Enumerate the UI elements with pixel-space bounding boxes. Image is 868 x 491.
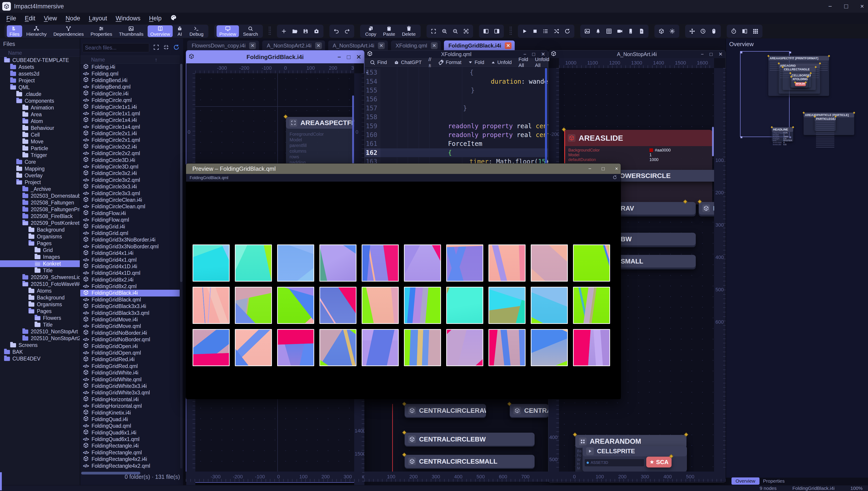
- tree-item-screens[interactable]: Screens: [0, 342, 80, 348]
- file-item[interactable]: FoldingRectangle.i4i: [80, 442, 180, 449]
- tree-item-organisms[interactable]: Organisms: [0, 301, 80, 308]
- file-item[interactable]: Folding.i4i: [80, 64, 180, 70]
- tree-item-grid[interactable]: Grid: [0, 247, 80, 254]
- file-item[interactable]: FoldingGridMove.i4i: [80, 316, 180, 323]
- tree-item-202510_fotowavewedding[interactable]: 202510_FotoWaveWedding: [0, 281, 80, 287]
- file-list-scrollbar[interactable]: [180, 64, 182, 469]
- toolbar-button-undo[interactable]: [332, 25, 341, 37]
- code-line[interactable]: 156: [365, 95, 548, 104]
- file-item[interactable]: </>FoldingQuad6x1.qml: [80, 436, 180, 442]
- sort-arrow[interactable]: ↑: [155, 57, 158, 63]
- tree-item-202509_postkonkretbewegtii[interactable]: 202509_PostKonkretBewegtII: [0, 220, 80, 226]
- toolbar-button-debug[interactable]: Debug: [187, 25, 206, 37]
- fold-caret-icon[interactable]: ▼: [366, 70, 368, 75]
- file-item[interactable]: FoldingCircle2x2.i4i: [80, 144, 180, 150]
- file-item[interactable]: FoldingGrid8x2.i4i: [80, 277, 180, 283]
- node-header[interactable]: AREAASPECTFIT [PRI: [286, 117, 354, 129]
- toolbar-button-fullscreen[interactable]: [429, 25, 438, 37]
- close-icon[interactable]: ✕: [541, 51, 545, 57]
- code-toolbar-unfoldall[interactable]: Unfold All: [535, 57, 550, 68]
- preview-minimize-icon[interactable]: −: [588, 166, 591, 172]
- tree-item-konkret[interactable]: Konkret: [0, 260, 80, 267]
- file-item[interactable]: </>FoldingGridNoBorder.qml: [80, 336, 180, 343]
- preview-titlebar[interactable]: Preview – FoldingGridBlack.qml − □ ×: [186, 164, 621, 174]
- tree-item-organisms[interactable]: Organisms: [0, 233, 80, 240]
- file-item[interactable]: </>FoldingQuad.qml: [80, 423, 180, 429]
- tree-item-behaviour[interactable]: Behaviour: [0, 125, 80, 132]
- node-centralcircleraw[interactable]: CENTRALCIRCLERAW: [405, 404, 486, 418]
- toolbar-button-overview[interactable]: Overview: [148, 25, 173, 37]
- tree-item-qml[interactable]: QML: [0, 84, 80, 91]
- tree-item-atoms[interactable]: Atoms: [0, 287, 80, 294]
- tree-item-title[interactable]: Title: [0, 267, 80, 274]
- minimize-icon[interactable]: −: [701, 51, 704, 57]
- close-icon[interactable]: ✕: [356, 54, 361, 61]
- toolbar-button-redo[interactable]: [342, 25, 352, 37]
- menu-item-edit[interactable]: Edit: [25, 15, 35, 22]
- expand-all-icon[interactable]: [153, 44, 159, 51]
- tree-item-_archive[interactable]: _Archive: [0, 186, 80, 193]
- fold-window-titlebar[interactable]: FoldingGridBlack.i4i−□✕: [186, 51, 364, 63]
- file-item[interactable]: </>FoldingCircle3x2.qml: [80, 177, 180, 183]
- file-item[interactable]: </>FoldingBend.qml: [80, 84, 180, 90]
- file-item[interactable]: </>FoldingCircle3D.qml: [80, 164, 180, 170]
- toolbar-button-properties[interactable]: Properties: [88, 25, 115, 37]
- close-icon[interactable]: ×: [860, 3, 864, 10]
- refresh-files-icon[interactable]: [173, 44, 180, 51]
- file-item[interactable]: </>FoldingCircle.qml: [80, 97, 180, 104]
- file-item[interactable]: FoldingGridWhite3x3.i4i: [80, 383, 180, 389]
- file-item[interactable]: FoldingQuad.i4i: [80, 416, 180, 423]
- toolbar-button-stop[interactable]: [530, 25, 539, 37]
- node-centralcirclesmall[interactable]: CENTRALCIRCLESMALL: [405, 455, 535, 469]
- file-item[interactable]: </>FoldingGridBlack.qml: [80, 296, 180, 303]
- code-toolbar-chatgpt[interactable]: ChatGPT: [394, 59, 422, 65]
- toolbar-button-image[interactable]: [583, 25, 592, 37]
- tree-item-pages[interactable]: Pages: [0, 240, 80, 247]
- toolbar-button-biggrid[interactable]: [751, 25, 760, 37]
- code-line[interactable]: 160readonly property real centerY: y +: [365, 131, 548, 139]
- toolbar-button-device[interactable]: [626, 25, 636, 37]
- file-item[interactable]: </>FoldingCircle3x3.qml: [80, 190, 180, 197]
- tab-close-icon[interactable]: ✕: [505, 42, 512, 49]
- tree-item-.claude[interactable]: .claude: [0, 91, 80, 97]
- file-item[interactable]: </>FoldingGridRed.qml: [80, 363, 180, 370]
- tree-item-animation[interactable]: Animation: [0, 104, 80, 111]
- minimize-icon[interactable]: −: [523, 51, 526, 57]
- file-item[interactable]: FoldingRectangle4x2.i4i: [80, 456, 180, 462]
- file-item[interactable]: FoldingGrid3x3NoBorder.i4i: [80, 237, 180, 243]
- code-toolbar-format[interactable]: Format: [438, 59, 462, 65]
- toolbar-button-copy[interactable]: Copy: [362, 25, 379, 37]
- tab-foldinggridblacki4i[interactable]: FoldingGridBlack.i4i✕: [444, 40, 515, 51]
- search-input[interactable]: [83, 43, 149, 52]
- toolbar-button-preview[interactable]: Preview: [217, 25, 239, 37]
- file-item[interactable]: FoldingHorizontal.i4i: [80, 396, 180, 403]
- tree-item-particle[interactable]: Particle: [0, 145, 80, 152]
- toolbar-button-files[interactable]: Files: [7, 25, 22, 37]
- file-item[interactable]: </>FoldingGrid4x1D.qml: [80, 270, 180, 277]
- code-toolbar-fold[interactable]: Fold: [468, 59, 484, 65]
- panel-tab-overview[interactable]: Overview: [732, 478, 760, 485]
- node-header[interactable]: CENTRALCIR: [510, 404, 549, 417]
- tree-item-background[interactable]: Background: [0, 226, 80, 233]
- node-header[interactable]: CENTRALCIRCLEBW: [405, 433, 535, 446]
- file-item[interactable]: FoldingCircle.i4i: [80, 90, 180, 97]
- toolbar-button-export[interactable]: [312, 25, 321, 37]
- file-item[interactable]: FoldingCircleClean.i4i: [80, 197, 180, 203]
- tree-item-area[interactable]: Area: [0, 111, 80, 118]
- menu-item-help[interactable]: Help: [149, 15, 162, 22]
- file-item[interactable]: </>FoldingGrid.qml: [80, 230, 180, 237]
- minimap-node-xf2[interactable]: XFOLDII: [795, 82, 806, 86]
- file-item[interactable]: </>FoldingGridMove.qml: [80, 323, 180, 329]
- file-item[interactable]: FoldingGrid.i4i: [80, 223, 180, 230]
- art-window-titlebar[interactable]: A_NonStopArt.i4i−□✕: [548, 51, 725, 58]
- file-item[interactable]: </>FoldingGrid3x3NoBorder.qml: [80, 243, 180, 250]
- tab-close-icon[interactable]: ✕: [315, 42, 322, 49]
- node-centralcirclebw[interactable]: CENTRALCIRCLEBW: [405, 433, 535, 447]
- file-item[interactable]: </>FoldingCircle2x1.qml: [80, 137, 180, 143]
- file-item[interactable]: FoldingQuad6x1.i4i: [80, 429, 180, 436]
- preview-maximize-icon[interactable]: □: [602, 166, 604, 172]
- file-item[interactable]: </>FoldingFlow.qml: [80, 216, 180, 223]
- toolbar-button-fit[interactable]: [461, 25, 471, 37]
- file-item[interactable]: FoldingCircle1x4.i4i: [80, 117, 180, 123]
- file-item[interactable]: </>Folding.qml: [80, 70, 180, 77]
